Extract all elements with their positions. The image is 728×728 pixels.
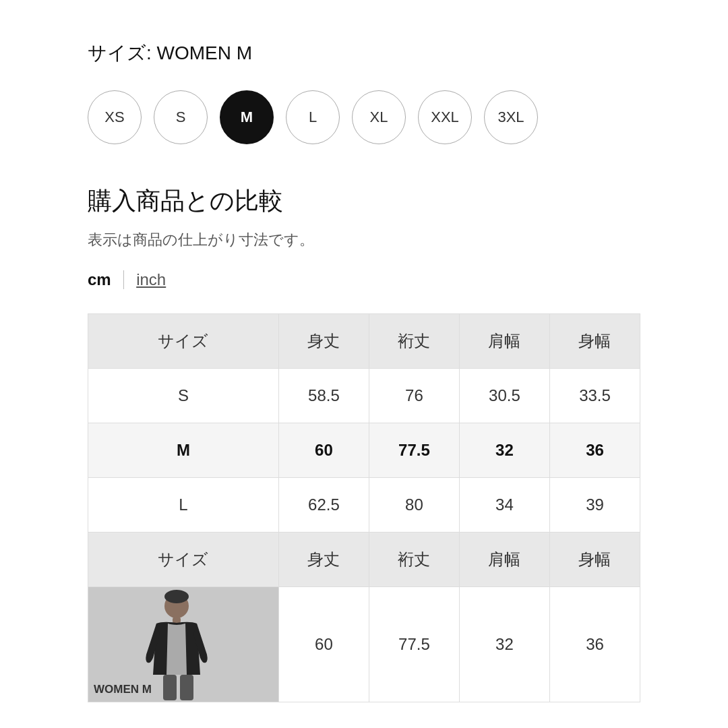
- cell-model-bodylength: 60: [278, 587, 369, 702]
- table-header-repeat-row: サイズ 身丈 裄丈 肩幅 身幅: [88, 533, 640, 587]
- col-header2-size: サイズ: [88, 533, 279, 587]
- section-subtitle: 表示は商品の仕上がり寸法です。: [88, 230, 640, 250]
- cell-bodywidth-l: 39: [549, 478, 640, 533]
- col-header-bodylength: 身丈: [278, 314, 369, 369]
- cell-model-shoulder: 32: [459, 587, 549, 702]
- cell-bodylength-s: 58.5: [278, 369, 369, 423]
- cell-shoulder-m: 32: [459, 423, 549, 478]
- table-row: S 58.5 76 30.5 33.5: [88, 369, 640, 423]
- page-container: サイズ: WOMEN M XS S M L XL XXL 3XL 購入商品との比…: [0, 0, 728, 728]
- cell-bodylength-m: 60: [278, 423, 369, 478]
- size-btn-3xl[interactable]: 3XL: [484, 90, 538, 144]
- cell-sleevelength-l: 80: [369, 478, 459, 533]
- col-header-shoulder: 肩幅: [459, 314, 549, 369]
- unit-divider: [123, 270, 125, 289]
- svg-rect-4: [180, 675, 193, 700]
- size-btn-s[interactable]: S: [154, 90, 208, 144]
- unit-cm-button[interactable]: cm: [88, 270, 123, 289]
- unit-toggle: cm inch: [88, 270, 640, 289]
- size-selector: XS S M L XL XXL 3XL: [88, 90, 640, 144]
- cell-bodywidth-m: 36: [549, 423, 640, 478]
- svg-rect-3: [163, 675, 177, 700]
- svg-point-5: [164, 590, 189, 603]
- cell-size-l: L: [88, 478, 279, 533]
- col-header2-sleevelength: 裄丈: [369, 533, 459, 587]
- table-header-row: サイズ 身丈 裄丈 肩幅 身幅: [88, 314, 640, 369]
- size-btn-xl[interactable]: XL: [352, 90, 406, 144]
- cell-bodywidth-s: 33.5: [549, 369, 640, 423]
- table-row-model: WOMEN M 60 77.5 32 36: [88, 587, 640, 702]
- size-btn-xxl[interactable]: XXL: [418, 90, 472, 144]
- cell-model-bodywidth: 36: [549, 587, 640, 702]
- model-size-label: WOMEN M: [94, 683, 152, 696]
- cell-shoulder-s: 30.5: [459, 369, 549, 423]
- cell-model-sleevelength: 77.5: [369, 587, 459, 702]
- section-title: 購入商品との比較: [88, 185, 640, 218]
- cell-sleevelength-s: 76: [369, 369, 459, 423]
- cell-sleevelength-m: 77.5: [369, 423, 459, 478]
- table-row-highlight: M 60 77.5 32 36: [88, 423, 640, 478]
- cell-shoulder-l: 34: [459, 478, 549, 533]
- unit-inch-button[interactable]: inch: [136, 270, 166, 289]
- col-header2-bodywidth: 身幅: [549, 533, 640, 587]
- table-row: L 62.5 80 34 39: [88, 478, 640, 533]
- size-label: サイズ: WOMEN M: [88, 40, 640, 66]
- model-image-container: WOMEN M: [88, 587, 278, 702]
- size-btn-m[interactable]: M: [220, 90, 274, 144]
- col-header-sleevelength: 裄丈: [369, 314, 459, 369]
- cell-size-s: S: [88, 369, 279, 423]
- col-header-bodywidth: 身幅: [549, 314, 640, 369]
- cell-size-m: M: [88, 423, 279, 478]
- cell-bodylength-l: 62.5: [278, 478, 369, 533]
- size-table: サイズ 身丈 裄丈 肩幅 身幅 S 58.5 76 30.5 33.5 M 60…: [88, 313, 640, 702]
- col-header-size: サイズ: [88, 314, 279, 369]
- col-header2-shoulder: 肩幅: [459, 533, 549, 587]
- col-header2-bodylength: 身丈: [278, 533, 369, 587]
- cell-model-image: WOMEN M: [88, 587, 279, 702]
- size-btn-l[interactable]: L: [286, 90, 340, 144]
- size-btn-xs[interactable]: XS: [88, 90, 142, 144]
